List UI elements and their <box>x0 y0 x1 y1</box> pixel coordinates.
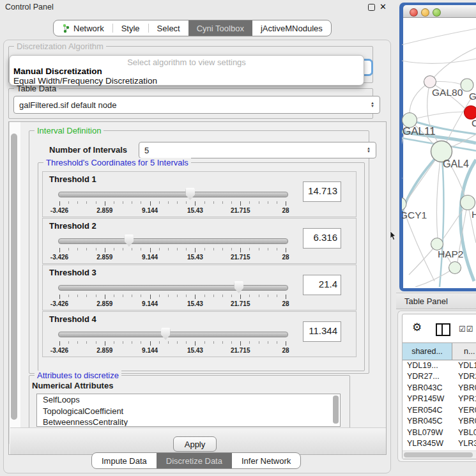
network-node[interactable] <box>424 76 436 88</box>
float-window-icon[interactable] <box>368 4 375 11</box>
node-label: GAL4 <box>443 158 469 169</box>
tab-select[interactable]: Select <box>149 20 188 36</box>
table-row[interactable]: YLR345W YLR3 <box>403 438 476 450</box>
tab-discretize-data-label: Discretize Data <box>166 456 222 466</box>
tab-cyni-toolbox-label: Cyni Toolbox <box>197 24 244 33</box>
tick-label: -3.426 <box>50 300 68 307</box>
column-layout-icon[interactable] <box>436 323 450 336</box>
tick-label: 21.715 <box>231 300 250 307</box>
network-graph[interactable]: GAL80 G C GAL11 GAL4 GCY1 H HAP2 <box>402 17 476 287</box>
slider-thumb[interactable] <box>234 281 243 293</box>
apply-button[interactable]: Apply <box>173 436 217 452</box>
slider-track[interactable] <box>58 238 288 244</box>
tab-network[interactable]: Network <box>54 20 112 36</box>
cell-shared-name[interactable]: YLR345W <box>403 439 458 448</box>
number-of-intervals-combobox[interactable]: 5 ▲▼ <box>139 142 376 158</box>
cell-name[interactable]: YBR0 <box>458 417 476 426</box>
slider-track[interactable] <box>58 285 288 291</box>
table-row[interactable]: YDL19... YDL1 <box>403 360 476 371</box>
attribute-list-item[interactable]: SelfLoops <box>37 394 340 406</box>
close-traffic-light-icon[interactable] <box>410 8 418 17</box>
slider-track[interactable] <box>58 332 288 337</box>
tick-label: 2.859 <box>96 254 112 261</box>
cell-name[interactable]: YBR0 <box>458 383 476 392</box>
control-panel-titlebar: Control Panel <box>0 0 396 14</box>
attribute-list-item[interactable]: BetweennessCentrality <box>37 417 340 427</box>
threshold-slider[interactable]: -3.4262.8599.14415.4321.71528 <box>58 280 287 307</box>
threshold-value-box[interactable]: 6.316 <box>303 228 341 249</box>
table-row[interactable]: YBR045C YBR0 <box>403 416 476 427</box>
threshold-label: Threshold 3 <box>49 268 96 277</box>
vertical-scrollbar[interactable] <box>9 122 20 444</box>
stepper-icon: ▲▼ <box>367 102 374 108</box>
tab-style[interactable]: Style <box>113 20 148 36</box>
table-panel-title: Table Panel <box>404 296 448 306</box>
threshold-slider[interactable]: -3.4262.8599.14415.4321.71528 <box>58 234 287 261</box>
number-of-intervals-label: Number of Intervals <box>49 145 127 155</box>
zoom-traffic-light-icon[interactable] <box>433 8 441 17</box>
threshold-row: Threshold 4 -3.4262.8599.14415.4321.7152… <box>42 311 357 357</box>
column-header-shared-name[interactable]: shared... <box>403 343 452 360</box>
tick-label: 9.144 <box>142 254 158 261</box>
cell-name[interactable]: YDR2 <box>458 372 476 381</box>
horizontal-scrollbar-thumb[interactable] <box>404 452 473 457</box>
table-row[interactable]: YBR043C YBR0 <box>403 382 476 394</box>
numerical-attributes-list[interactable]: SelfLoopsTopologicalCoefficientBetweenne… <box>36 394 341 427</box>
tab-discretize-data[interactable]: Discretize Data <box>157 453 232 468</box>
minimize-traffic-light-icon[interactable] <box>421 8 429 17</box>
cell-name[interactable]: YER0 <box>458 406 476 415</box>
table-row[interactable]: YPR145W YPR1 <box>403 394 476 405</box>
table-row[interactable]: YER054C YER0 <box>403 404 476 416</box>
cell-shared-name[interactable]: YBL079W <box>403 428 458 437</box>
tab-impute-data[interactable]: Impute Data <box>92 453 157 468</box>
cell-shared-name[interactable]: YBR045C <box>403 417 458 426</box>
close-icon[interactable]: ✕ <box>380 2 387 12</box>
tick-label: 9.144 <box>142 207 158 214</box>
cell-shared-name[interactable]: YDR27... <box>403 372 458 381</box>
threshold-value-box[interactable]: 21.4 <box>303 275 341 295</box>
cell-shared-name[interactable]: YDL19... <box>403 361 458 370</box>
attribute-list-item[interactable]: TopologicalCoefficient <box>37 406 340 417</box>
slider-track[interactable] <box>58 192 288 197</box>
network-node[interactable] <box>402 197 406 210</box>
cell-shared-name[interactable]: YBR043C <box>403 383 458 392</box>
cell-shared-name[interactable]: YPR145W <box>403 394 458 403</box>
horizontal-scrollbar[interactable] <box>403 450 476 459</box>
tab-jactivemnodules[interactable]: jActiveMNodules <box>252 20 331 36</box>
network-node[interactable] <box>449 262 461 274</box>
table-row[interactable]: YDR27... YDR2 <box>403 371 476 383</box>
cell-shared-name[interactable]: YER054C <box>403 406 458 415</box>
threshold-value-box[interactable]: 11.344 <box>303 321 341 342</box>
tick-label: 15.43 <box>187 254 203 261</box>
tab-cyni-toolbox[interactable]: Cyni Toolbox <box>188 20 252 36</box>
threshold-label: Threshold 4 <box>49 314 96 324</box>
tick-label: 21.715 <box>231 254 250 261</box>
slider-thumb[interactable] <box>161 328 171 340</box>
algorithm-option-equal-width[interactable]: Equal Width/Frequency Discretization <box>13 76 157 86</box>
threshold-slider[interactable]: -3.4262.8599.14415.4321.71528 <box>58 327 287 354</box>
table-data-combobox[interactable]: galFiltered.sif default node ▲▼ <box>13 96 380 114</box>
cell-name[interactable]: YPR1 <box>458 394 476 403</box>
threshold-value-box[interactable]: 14.713 <box>303 181 341 202</box>
vertical-scrollbar-thumb[interactable] <box>11 134 17 420</box>
network-window-titlebar[interactable] <box>403 5 476 18</box>
slider-thumb[interactable] <box>124 234 134 247</box>
table-row[interactable]: YBL079W YBL0 <box>403 427 476 438</box>
cell-name[interactable]: YBL0 <box>458 428 476 437</box>
tick-label: 28 <box>282 207 289 214</box>
gear-icon[interactable]: ⚙ <box>412 321 422 334</box>
threshold-label: Threshold 2 <box>49 221 96 231</box>
tab-infer-network[interactable]: Infer Network <box>232 453 300 468</box>
attributes-list-scrollbar-thumb[interactable] <box>333 395 339 424</box>
slider-ruler: -3.4262.8599.14415.4321.71528 <box>59 248 286 262</box>
stepper-icon: ▲▼ <box>363 147 371 153</box>
threshold-slider[interactable]: -3.4262.8599.14415.4321.71528 <box>58 187 287 214</box>
slider-thumb[interactable] <box>185 188 195 200</box>
network-node[interactable] <box>461 196 475 210</box>
cell-name[interactable]: YLR3 <box>458 439 476 448</box>
column-header-name[interactable]: n... <box>452 343 476 360</box>
algorithm-option-manual[interactable]: Manual Discretization <box>13 66 102 76</box>
select-columns-icon[interactable]: ☑☑ <box>459 325 474 334</box>
cell-name[interactable]: YDL1 <box>458 361 476 370</box>
tab-infer-network-label: Infer Network <box>242 456 291 466</box>
